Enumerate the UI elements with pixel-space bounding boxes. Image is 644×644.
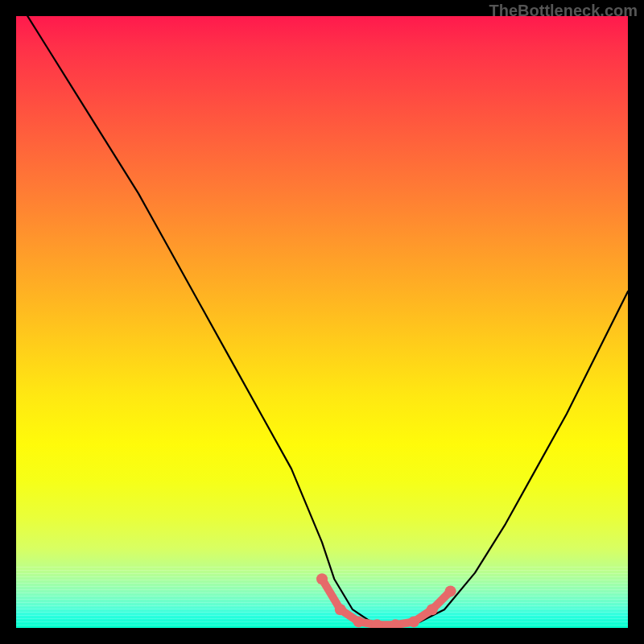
watermark-text: TheBottleneck.com [489,2,638,20]
marker-dot [371,619,382,628]
bottleneck-curve [16,16,628,625]
chart-svg [16,16,628,628]
marker-dot [427,604,438,615]
marker-dot [408,616,419,627]
marker-dot [445,585,456,597]
marker-dot [335,604,346,615]
chart-container: TheBottleneck.com [0,0,644,644]
gradient-stripes [16,567,628,628]
marker-line [322,579,451,625]
marker-dot [316,573,328,584]
highlighted-range-markers [316,573,456,628]
marker-dot [353,616,365,627]
plot-area [16,16,628,628]
marker-dot [390,619,401,628]
